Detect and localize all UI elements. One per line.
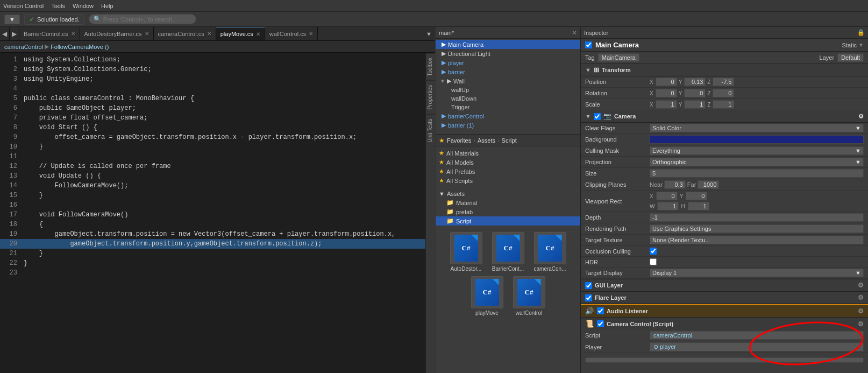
- hierarchy-item[interactable]: ▼▶Wall: [436, 76, 580, 86]
- vtab-toolbox[interactable]: Toolbox: [426, 53, 435, 80]
- assets-tree-item[interactable]: 📁prefab: [436, 207, 580, 216]
- gui-layer-header[interactable]: GUI Layer ⚙: [581, 279, 868, 291]
- layer-select[interactable]: Default: [837, 53, 864, 62]
- asset-icon-item[interactable]: C# AutoDestor...: [447, 232, 485, 272]
- asset-icon-item[interactable]: C# playMove: [468, 276, 506, 316]
- tab-nav-next[interactable]: ▶: [10, 27, 19, 40]
- scale-z[interactable]: [713, 100, 734, 109]
- hierarchy-item[interactable]: Trigger: [436, 103, 580, 111]
- menu-window[interactable]: Window: [73, 3, 94, 9]
- near-input[interactable]: [664, 180, 686, 189]
- vp-x-input[interactable]: [656, 192, 678, 200]
- vp-y-input[interactable]: [686, 192, 707, 200]
- solution-dropdown[interactable]: ▼: [4, 15, 20, 24]
- camera-control-settings[interactable]: ⚙: [858, 320, 864, 328]
- asset-icon-item[interactable]: C# cameraCon...: [531, 232, 569, 272]
- add-component-button[interactable]: [585, 357, 864, 363]
- tab-cameracontrol[interactable]: cameraControl.cs ✕: [154, 27, 216, 40]
- projection-dropdown[interactable]: Orthographic ▼: [650, 158, 864, 166]
- audio-listener-header[interactable]: 🔊 Audio Listener ⚙: [581, 304, 868, 317]
- hdr-checkbox[interactable]: [650, 258, 657, 265]
- tab-playmove[interactable]: playMove.cs ✕: [216, 27, 265, 40]
- position-z[interactable]: [713, 78, 734, 86]
- tab-nav-prev[interactable]: ◀: [0, 27, 10, 40]
- flare-layer-settings[interactable]: ⚙: [858, 294, 864, 301]
- camera-options[interactable]: ⚙: [858, 113, 864, 120]
- vtab-properties[interactable]: Properties: [426, 80, 435, 114]
- favorites-item[interactable]: ★All Prefabs: [436, 167, 580, 176]
- position-y[interactable]: [684, 78, 706, 86]
- position-x[interactable]: [656, 78, 677, 86]
- hierarchy-item[interactable]: ▶barrierControl: [436, 111, 580, 121]
- asset-icon-item[interactable]: C# wallControl: [510, 276, 548, 316]
- size-input[interactable]: [650, 169, 864, 178]
- assets-tree-item[interactable]: 📁Script: [436, 216, 580, 226]
- hierarchy-item[interactable]: ▶Directional Light: [436, 49, 580, 58]
- gui-layer-settings[interactable]: ⚙: [858, 281, 864, 289]
- player-ref[interactable]: ⊙ player: [650, 342, 864, 351]
- audio-listener-checkbox[interactable]: [597, 307, 604, 314]
- tag-select[interactable]: MainCamera: [598, 53, 639, 62]
- cullingmask-dropdown[interactable]: Everything ▼: [650, 146, 864, 155]
- object-enabled-checkbox[interactable]: [585, 41, 592, 48]
- search-input[interactable]: [103, 16, 191, 23]
- vp-h-input[interactable]: [688, 202, 709, 210]
- rotation-x[interactable]: [656, 89, 677, 97]
- breadcrumb-class[interactable]: cameraControl: [4, 44, 43, 50]
- menu-tools[interactable]: Tools: [51, 3, 65, 9]
- inspector-scroll[interactable]: Main Camera Static ▼ Tag MainCamera Laye…: [581, 39, 868, 373]
- static-dropdown[interactable]: ▼: [858, 42, 864, 48]
- audio-listener-settings[interactable]: ⚙: [858, 307, 864, 315]
- code-area[interactable]: 1using System.Collections;2using System.…: [0, 53, 425, 373]
- hierarchy-item[interactable]: wallUp: [436, 86, 580, 94]
- targettexture-dropdown[interactable]: None (Render Textu...: [650, 236, 864, 244]
- flare-layer-header[interactable]: Flare Layer ⚙: [581, 292, 868, 304]
- hierarchy-item[interactable]: ▶Main Camera: [436, 40, 580, 49]
- search-box[interactable]: 🔍: [89, 14, 196, 24]
- transform-section-header[interactable]: ▼ ⊞ Transform: [581, 64, 868, 76]
- vp-w-input[interactable]: [657, 202, 679, 210]
- tab-cameracontrol-close[interactable]: ✕: [207, 31, 211, 37]
- asset-icon-item[interactable]: C# BarrierCont...: [489, 232, 527, 272]
- far-input[interactable]: [698, 180, 719, 189]
- tab-barriercontrol[interactable]: BarrierControl.cs ✕: [19, 27, 80, 40]
- camera-control-header[interactable]: 📜 Camera Control (Script) ⚙: [581, 318, 868, 330]
- menu-help[interactable]: Help: [101, 3, 113, 9]
- hierarchy-item[interactable]: ▶barrier (1): [436, 121, 580, 130]
- breadcrumb-method[interactable]: FollowCameraMove (): [51, 44, 109, 50]
- flare-layer-checkbox[interactable]: [585, 294, 592, 301]
- tab-autodestory[interactable]: AutoDestoryBarrier.cs ✕: [80, 27, 154, 40]
- hierarchy-item[interactable]: wallDown: [436, 94, 580, 103]
- rotation-y[interactable]: [684, 89, 706, 97]
- hierarchy-item[interactable]: ▶player: [436, 58, 580, 67]
- background-color-swatch[interactable]: [650, 135, 864, 144]
- depth-input[interactable]: [650, 213, 864, 222]
- targetdisplay-dropdown[interactable]: Display 1 ▼: [650, 269, 864, 277]
- occlusionculling-checkbox[interactable]: [650, 248, 657, 255]
- clearflags-dropdown[interactable]: Solid Color ▼: [650, 124, 864, 132]
- scale-y[interactable]: [684, 100, 706, 109]
- tab-wallcontrol-close[interactable]: ✕: [309, 31, 313, 37]
- camera-control-checkbox[interactable]: [597, 320, 604, 327]
- tab-wallcontrol[interactable]: wallControl.cs ✕: [265, 27, 318, 40]
- tab-autodestory-close[interactable]: ✕: [145, 31, 149, 37]
- menu-version-control[interactable]: Version Control: [3, 3, 44, 9]
- inspector-lock[interactable]: 🔒: [857, 29, 865, 36]
- vtab-unittests[interactable]: Unit Tests: [426, 114, 435, 147]
- gui-layer-checkbox[interactable]: [585, 282, 592, 289]
- tab-dropdown-btn[interactable]: ▼: [423, 27, 435, 40]
- tab-playmove-close[interactable]: ✕: [256, 31, 260, 37]
- favorites-item[interactable]: ★All Materials: [436, 149, 580, 158]
- assets-tree-item[interactable]: ▼Assets: [436, 189, 580, 198]
- favorites-item[interactable]: ★All Scripts: [436, 176, 580, 185]
- camera-enabled-checkbox[interactable]: [594, 113, 601, 120]
- scale-x[interactable]: [656, 100, 677, 109]
- rotation-z[interactable]: [713, 89, 734, 97]
- renderingpath-dropdown[interactable]: Use Graphics Settings: [650, 224, 864, 233]
- camera-section-header[interactable]: ▼ 📷 Camera ⚙: [581, 110, 868, 123]
- assets-tree-item[interactable]: 📁Material: [436, 198, 580, 207]
- hierarchy-close[interactable]: ✕: [572, 29, 577, 37]
- hierarchy-item[interactable]: ▶barrier: [436, 67, 580, 76]
- tab-barriercontrol-close[interactable]: ✕: [71, 31, 75, 37]
- script-ref[interactable]: cameraControl: [650, 331, 864, 340]
